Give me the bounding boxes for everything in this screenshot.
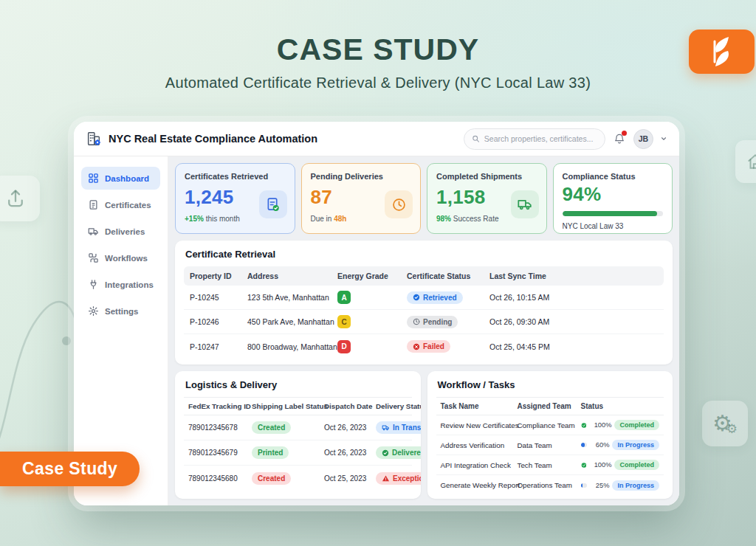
chevron-down-icon[interactable] — [660, 135, 667, 142]
table-row: API Integration Check Tech Team 100% Com… — [436, 455, 664, 475]
logistics-table: FedEx Tracking ID Shipping Label Status … — [184, 397, 412, 491]
check-circle-icon — [581, 460, 587, 470]
sidebar-item-settings[interactable]: Settings — [81, 300, 160, 322]
table-row: Review New Certificates Compliance Team … — [436, 415, 664, 435]
notifications-button[interactable] — [612, 131, 627, 146]
energy-grade-badge: D — [337, 340, 351, 353]
stat-title: Completed Shipments — [436, 172, 537, 181]
sidebar-item-label: Settings — [105, 307, 138, 316]
task-name: API Integration Check — [441, 461, 518, 469]
hero-section: CASE STUDY Automated Certificate Retriev… — [0, 32, 756, 91]
table-row: P-10247 800 Broadway, Manhattan D Failed… — [184, 334, 664, 359]
clock-icon — [413, 318, 420, 325]
sidebar-item-certificates[interactable]: Certificates — [81, 193, 160, 216]
panel-title: Workflow / Tasks — [427, 371, 673, 397]
status-badge: Pending — [407, 316, 458, 328]
stat-card-pending-deliveries: Pending Deliveries 87 Due in 48h — [301, 163, 422, 234]
brand-glyph-icon — [708, 35, 736, 68]
task-name: Generate Weekly Report — [441, 481, 518, 489]
table-row: P-10245 123 5th Ave, Manhattan A Retriev… — [184, 286, 664, 310]
task-status-badge: In Progress — [612, 440, 659, 450]
task-status-badge: Completed — [614, 460, 659, 470]
stat-due: 48h — [334, 215, 346, 223]
brand-logo — [689, 30, 755, 74]
sidebar-item-label: Deliveries — [105, 227, 145, 236]
table-row: 789012345679 Printed Oct 26, 2023 Delive… — [184, 440, 412, 466]
search-bar[interactable] — [464, 128, 605, 150]
table-header-row: Property ID Address Energy Grade Certifi… — [184, 266, 664, 286]
plug-icon — [88, 279, 99, 290]
table-row: P-10246 450 Park Ave, Manhattan C Pendin… — [184, 310, 664, 334]
sidebar-item-integrations[interactable]: Integrations — [81, 273, 160, 296]
truck-icon — [511, 190, 539, 218]
certificates-table: Property ID Address Energy Grade Certifi… — [184, 266, 664, 359]
property-id: P-10245 — [190, 293, 247, 302]
table-header-row: FedEx Tracking ID Shipping Label Status … — [184, 397, 412, 415]
status-badge: Retrieved — [407, 291, 463, 304]
workflow-tasks-panel: Workflow / Tasks Task Name Assigned Team… — [427, 371, 673, 499]
truck-icon — [88, 226, 99, 237]
compliance-progress-fill — [563, 211, 657, 216]
tracking-id: 789012345679 — [188, 449, 252, 457]
dashboard-grid-icon — [88, 173, 99, 184]
assigned-team: Data Team — [518, 441, 581, 449]
dispatch-date: Oct 25, 2023 — [324, 474, 376, 483]
assigned-team: Operations Team — [518, 481, 581, 489]
stat-card-compliance-status: Compliance Status 94% NYC Local Law 33 — [553, 163, 673, 234]
sidebar-item-dashboard[interactable]: Dashboard — [81, 167, 160, 190]
dispatch-date: Oct 26, 2023 — [324, 449, 376, 457]
task-percent: 25% — [590, 482, 609, 489]
sidebar-item-label: Integrations — [105, 280, 154, 289]
task-name: Review New Certificates — [441, 421, 518, 429]
certificate-retrieval-panel: Certificate Retrieval Property ID Addres… — [175, 241, 673, 364]
workflow-table: Task Name Assigned Team Status Review Ne… — [436, 397, 664, 495]
last-sync-time: Oct 26, 10:15 AM — [489, 293, 658, 302]
app-title: NYC Real Estate Compliance Automation — [109, 133, 317, 145]
building-gear-icon — [86, 131, 102, 147]
main-content: Certificates Retrieved 1,245 +15% this m… — [168, 156, 679, 505]
logistics-delivery-panel: Logistics & Delivery FedEx Tracking ID S… — [175, 371, 421, 499]
gears-icon: ⚙⚙ — [702, 401, 748, 446]
energy-grade-badge: A — [337, 291, 351, 304]
dispatch-date: Oct 26, 2023 — [324, 424, 376, 432]
check-circle-icon — [581, 421, 587, 430]
avatar[interactable]: JB — [633, 129, 653, 149]
assigned-team: Compliance Team — [518, 421, 581, 429]
task-progress-bar — [581, 443, 588, 447]
sidebar-item-deliveries[interactable]: Deliveries — [81, 220, 160, 243]
property-id: P-10247 — [190, 342, 247, 351]
stat-rate: 98% — [436, 215, 451, 223]
search-icon — [472, 134, 480, 143]
sidebar-item-workflows[interactable]: Workflows — [81, 246, 160, 269]
table-row: Generate Weekly Report Operations Team 2… — [436, 475, 664, 495]
truck-icon — [382, 424, 390, 432]
panel-title: Certificate Retrieval — [175, 241, 673, 266]
table-row: 789012345680 Created Oct 25, 2023 Except… — [184, 466, 412, 491]
last-sync-time: Oct 26, 09:30 AM — [489, 317, 658, 326]
sidebar-item-label: Certificates — [105, 201, 151, 210]
check-circle-icon — [382, 449, 389, 457]
panel-title: Logistics & Delivery — [175, 371, 421, 397]
clock-icon — [385, 190, 413, 218]
address: 800 Broadway, Manhattan — [247, 342, 337, 351]
search-input[interactable] — [484, 134, 597, 143]
app-header: NYC Real Estate Compliance Automation JB — [74, 122, 679, 156]
task-status-badge: Completed — [614, 420, 659, 430]
last-sync-time: Oct 25, 04:45 PM — [489, 342, 658, 351]
table-header-row: Task Name Assigned Team Status — [436, 397, 664, 415]
compliance-progress-bar — [563, 211, 664, 216]
task-progress-bar — [581, 483, 588, 488]
stat-card-certificates-retrieved: Certificates Retrieved 1,245 +15% this m… — [175, 163, 295, 234]
document-icon — [88, 199, 99, 210]
task-percent: 100% — [592, 421, 611, 429]
address: 123 5th Ave, Manhattan — [247, 293, 337, 302]
delivery-status-badge: In Transit — [376, 421, 421, 434]
gear-icon — [88, 305, 99, 317]
document-check-icon — [259, 190, 287, 218]
upload-icon — [0, 176, 40, 221]
address: 450 Park Ave, Manhattan — [247, 317, 337, 326]
page-title: CASE STUDY — [0, 32, 756, 67]
label-status-badge: Created — [252, 421, 291, 434]
label-status-badge: Created — [252, 472, 291, 485]
app-window: NYC Real Estate Compliance Automation JB — [74, 122, 679, 505]
